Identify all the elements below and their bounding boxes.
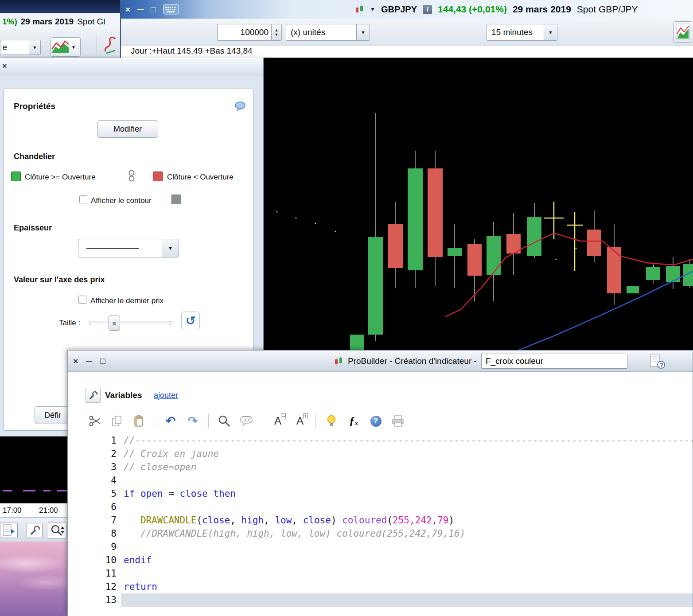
comment-bubble-icon[interactable] bbox=[234, 101, 247, 112]
modify-button[interactable]: Modifier bbox=[97, 120, 158, 138]
candle-body[interactable] bbox=[627, 286, 639, 293]
code-line[interactable]: 4 bbox=[68, 474, 693, 487]
spin-up-icon[interactable]: ▲ bbox=[275, 28, 279, 32]
candle-body[interactable] bbox=[350, 335, 364, 350]
chart-window-button[interactable] bbox=[674, 21, 692, 43]
spin-down-icon[interactable]: ▼ bbox=[275, 32, 279, 37]
quantity-spinner[interactable]: ▲ ▼ bbox=[271, 24, 282, 41]
code-line[interactable]: 6 bbox=[68, 500, 693, 514]
code-text[interactable] bbox=[121, 500, 693, 514]
candle-body[interactable] bbox=[527, 217, 541, 256]
properties-dialog-titlebar[interactable]: × bbox=[0, 58, 263, 75]
print-button[interactable] bbox=[391, 413, 405, 429]
code-text[interactable] bbox=[121, 593, 693, 607]
close-icon[interactable]: × bbox=[125, 5, 130, 14]
chart-type-button[interactable]: ▼ bbox=[51, 37, 81, 57]
candle-body[interactable] bbox=[368, 237, 383, 335]
code-text[interactable]: // close=open bbox=[121, 460, 693, 474]
maximize-icon[interactable]: □ bbox=[100, 356, 105, 366]
up-color-swatch[interactable] bbox=[11, 172, 21, 181]
close-icon[interactable]: × bbox=[73, 356, 78, 366]
chevron-down-icon[interactable]: ▼ bbox=[370, 6, 375, 12]
symbol-label[interactable]: GBPJPY bbox=[381, 4, 417, 15]
code-line[interactable]: 11 bbox=[68, 567, 693, 580]
order-list-button[interactable] bbox=[0, 522, 18, 538]
down-color-swatch[interactable] bbox=[153, 172, 163, 181]
font-smaller-button[interactable]: A − bbox=[271, 413, 284, 429]
info-icon[interactable]: i bbox=[423, 5, 432, 14]
code-text[interactable]: //DRAWCANDLE(high, high, low, low) colou… bbox=[121, 527, 693, 540]
settings-button[interactable] bbox=[27, 523, 43, 538]
chart-canvas[interactable] bbox=[264, 58, 693, 350]
doc-help-button[interactable]: ? bbox=[649, 353, 665, 371]
code-text[interactable] bbox=[121, 540, 693, 554]
style-dropdown[interactable]: e ▼ bbox=[0, 40, 41, 55]
show-last-price-checkbox[interactable] bbox=[78, 296, 86, 304]
units-dropdown[interactable]: (x) unités ▼ bbox=[286, 24, 370, 41]
font-larger-button[interactable]: A + bbox=[293, 413, 307, 429]
redo-button[interactable]: ↷ bbox=[186, 413, 199, 429]
copy-button[interactable] bbox=[110, 413, 124, 429]
chevron-down-icon[interactable]: ▼ bbox=[71, 45, 76, 50]
code-line[interactable]: 7 DRAWCANDLE(close, high, low, close) co… bbox=[68, 514, 693, 527]
paste-button[interactable] bbox=[132, 413, 146, 429]
chevron-down-icon[interactable]: ▼ bbox=[29, 40, 40, 55]
code-text[interactable]: // Croix en jaune bbox=[121, 447, 693, 460]
keyboard-icon[interactable] bbox=[163, 4, 179, 15]
code-line[interactable]: 10endif bbox=[68, 554, 693, 567]
timeframe-dropdown[interactable]: 15 minutes ▼ bbox=[487, 24, 557, 41]
show-outline-checkbox[interactable] bbox=[79, 195, 87, 203]
quantity-stepper[interactable]: ▲ ▼ bbox=[217, 24, 282, 41]
candle-body[interactable] bbox=[587, 230, 601, 256]
minimize-icon[interactable]: — bbox=[86, 358, 92, 365]
code-line[interactable]: 3// close=open bbox=[68, 460, 693, 474]
function-library-button[interactable]: ƒ x bbox=[347, 413, 360, 429]
help-button[interactable]: ? bbox=[369, 413, 382, 429]
code-text[interactable] bbox=[121, 567, 693, 580]
reset-size-button[interactable]: ↺ bbox=[181, 312, 200, 330]
undo-button[interactable]: ↶ bbox=[164, 413, 177, 429]
chevron-down-icon[interactable]: ▼ bbox=[544, 24, 557, 40]
size-slider-track[interactable] bbox=[89, 321, 171, 325]
candle-body[interactable] bbox=[448, 248, 462, 256]
code-text[interactable]: DRAWCANDLE(close, high, low, close) colo… bbox=[121, 514, 693, 527]
outline-color-swatch[interactable] bbox=[171, 195, 181, 204]
minimize-icon[interactable]: — bbox=[137, 6, 144, 12]
code-line[interactable]: 9 bbox=[68, 540, 693, 554]
add-variable-link[interactable]: ajouter bbox=[154, 391, 178, 400]
code-line[interactable]: 1//-------------------------------------… bbox=[68, 434, 693, 447]
quantity-input[interactable] bbox=[217, 24, 271, 41]
code-line[interactable]: 12return bbox=[68, 580, 693, 593]
indicator-tool-icon[interactable] bbox=[103, 35, 118, 57]
hint-button[interactable] bbox=[325, 413, 338, 429]
maximize-icon[interactable]: □ bbox=[151, 5, 156, 14]
candle-body[interactable] bbox=[646, 267, 660, 280]
candle-body[interactable] bbox=[408, 168, 423, 270]
candle-body[interactable] bbox=[428, 168, 443, 257]
code-text[interactable]: endif bbox=[121, 554, 693, 567]
thickness-dropdown[interactable]: ▼ bbox=[78, 239, 179, 257]
chevron-down-icon[interactable]: ▼ bbox=[356, 24, 370, 40]
code-text[interactable]: return bbox=[121, 580, 693, 593]
candle-body[interactable] bbox=[388, 224, 403, 268]
size-slider-handle[interactable]: ≡ bbox=[109, 316, 120, 331]
probuilder-titlebar[interactable]: × — □ ProBuilder - Création d'indicateur… bbox=[68, 351, 693, 372]
define-button[interactable]: Défir bbox=[35, 406, 71, 424]
code-text[interactable]: if open = close then bbox=[121, 487, 693, 500]
zoom-button[interactable] bbox=[48, 522, 66, 539]
indicator-name-input[interactable] bbox=[481, 354, 627, 369]
candle-body[interactable] bbox=[487, 236, 501, 275]
code-text[interactable]: //--------------------------------------… bbox=[121, 434, 693, 447]
search-button[interactable] bbox=[218, 413, 231, 429]
code-editor[interactable]: 1//-------------------------------------… bbox=[68, 434, 693, 616]
variables-settings-button[interactable] bbox=[86, 388, 101, 403]
main-titlebar[interactable]: × — □ ▼ GBPJPY i 144,43 (+0,01 bbox=[121, 0, 693, 19]
cut-button[interactable] bbox=[88, 413, 101, 429]
comment-button[interactable]: // bbox=[240, 413, 253, 429]
code-line[interactable]: 13 bbox=[68, 593, 693, 607]
candle-body[interactable] bbox=[467, 244, 482, 276]
candle-body[interactable] bbox=[666, 266, 680, 282]
code-line[interactable]: 2// Croix en jaune bbox=[68, 447, 693, 460]
link-colors-icon[interactable] bbox=[128, 169, 135, 183]
code-line[interactable]: 8 //DRAWCANDLE(high, high, low, low) col… bbox=[68, 527, 693, 540]
